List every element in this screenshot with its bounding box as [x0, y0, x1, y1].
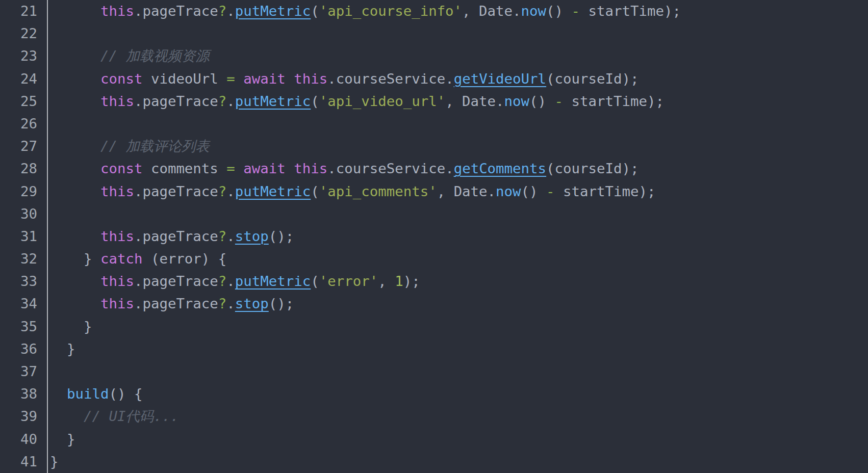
- code-token: [563, 93, 572, 109]
- code-token: (: [546, 71, 555, 87]
- code-line: 30: [0, 203, 868, 225]
- line-number[interactable]: 28: [0, 157, 48, 180]
- code-line: 37: [0, 360, 868, 383]
- code-token: putMetric: [235, 273, 311, 289]
- code-line-content[interactable]: [48, 203, 868, 225]
- line-number[interactable]: 29: [0, 180, 48, 203]
- code-token: pageTrace: [142, 296, 218, 311]
- line-number[interactable]: 26: [0, 113, 48, 135]
- code-token: 1: [395, 273, 403, 289]
- line-number[interactable]: 24: [0, 68, 48, 90]
- code-token: putMetric: [235, 93, 311, 109]
- code-token: courseId: [555, 161, 622, 176]
- line-number[interactable]: 31: [0, 225, 48, 248]
- code-token: );: [622, 71, 639, 87]
- code-line-content[interactable]: }: [48, 338, 868, 360]
- code-token: .: [327, 71, 336, 87]
- code-token: const: [100, 161, 142, 176]
- code-line-content[interactable]: [48, 113, 868, 135]
- screenshot-root: { "editor": { "kind": "code-editor-viewp…: [0, 0, 868, 473]
- code-token: stop: [235, 228, 269, 244]
- code-token: [50, 319, 84, 334]
- code-token: now: [521, 3, 546, 19]
- code-token: putMetric: [235, 3, 311, 19]
- code-token: startTime: [572, 93, 647, 109]
- code-token: [286, 71, 294, 87]
- code-line-content[interactable]: build() {: [48, 383, 868, 405]
- code-line: 41}: [0, 451, 868, 473]
- line-number[interactable]: 25: [0, 90, 48, 113]
- code-token: ?: [218, 273, 227, 289]
- code-token: this: [100, 273, 134, 289]
- code-token: // 加载评论列表: [100, 138, 210, 154]
- code-token: 'api_course_info': [319, 3, 462, 19]
- code-token: [50, 228, 100, 244]
- code-line-content[interactable]: this.pageTrace?.putMetric('api_comments'…: [48, 180, 868, 203]
- line-number[interactable]: 38: [0, 383, 48, 405]
- line-number[interactable]: 33: [0, 270, 48, 293]
- code-token: this: [294, 71, 327, 87]
- line-number[interactable]: 30: [0, 203, 48, 225]
- code-token: pageTrace: [142, 3, 218, 19]
- line-number[interactable]: 37: [0, 360, 48, 383]
- code-token: pageTrace: [142, 183, 218, 199]
- code-token: -: [546, 183, 555, 199]
- code-line-content[interactable]: this.pageTrace?.stop();: [48, 293, 868, 315]
- code-token: Date: [479, 3, 513, 19]
- line-number[interactable]: 21: [0, 0, 48, 22]
- code-line-content[interactable]: }: [48, 451, 868, 473]
- line-number[interactable]: 36: [0, 338, 48, 360]
- code-token: ?: [218, 228, 227, 244]
- line-number[interactable]: 27: [0, 135, 48, 157]
- line-number[interactable]: 22: [0, 22, 48, 45]
- code-token: 'api_comments': [319, 183, 437, 199]
- code-token: .: [496, 93, 504, 109]
- code-line-content[interactable]: // 加载视频资源: [48, 45, 868, 67]
- code-line-content[interactable]: this.pageTrace?.putMetric('error', 1);: [48, 270, 868, 293]
- line-number[interactable]: 32: [0, 248, 48, 270]
- code-line-content[interactable]: }: [48, 428, 868, 451]
- code-line-content[interactable]: [48, 22, 868, 45]
- code-token: (: [311, 93, 319, 109]
- code-token: [50, 93, 100, 109]
- code-token: -: [572, 3, 580, 19]
- code-line-content[interactable]: const videoUrl = await this.courseServic…: [48, 68, 868, 90]
- code-token: (): [529, 93, 554, 109]
- code-token: [218, 161, 227, 176]
- code-token: (: [546, 161, 555, 176]
- code-token: .: [226, 3, 235, 19]
- code-token: catch: [100, 251, 142, 267]
- code-line: 22: [0, 22, 868, 45]
- line-number[interactable]: 40: [0, 428, 48, 451]
- code-line: 33 this.pageTrace?.putMetric('error', 1)…: [0, 270, 868, 293]
- code-token: [50, 3, 100, 19]
- line-number[interactable]: 35: [0, 316, 48, 338]
- code-token: [50, 341, 67, 357]
- code-line-content[interactable]: this.pageTrace?.putMetric('api_video_url…: [48, 90, 868, 113]
- code-line-content[interactable]: // UI代码...: [48, 405, 868, 428]
- code-token: ?: [218, 296, 227, 311]
- line-number[interactable]: 41: [0, 451, 48, 473]
- code-token: [50, 161, 100, 176]
- line-number[interactable]: 39: [0, 405, 48, 428]
- code-line-content[interactable]: this.pageTrace?.stop();: [48, 225, 868, 248]
- code-line: 25 this.pageTrace?.putMetric('api_video_…: [0, 90, 868, 113]
- code-token: }: [84, 319, 92, 334]
- code-token: -: [555, 93, 564, 109]
- code-token: .: [445, 161, 454, 176]
- code-line-content[interactable]: [48, 360, 868, 383]
- code-token: .: [134, 296, 143, 311]
- code-line-content[interactable]: const comments = await this.courseServic…: [48, 157, 868, 180]
- code-line-content[interactable]: this.pageTrace?.putMetric('api_course_in…: [48, 0, 868, 22]
- code-line-content[interactable]: // 加载评论列表: [48, 135, 868, 157]
- code-line: 32 } catch (error) {: [0, 248, 868, 270]
- code-token: now: [496, 183, 521, 199]
- code-line-content[interactable]: }: [48, 316, 868, 338]
- code-line-content[interactable]: } catch (error) {: [48, 248, 868, 270]
- code-token: getComments: [454, 161, 546, 176]
- line-number[interactable]: 34: [0, 293, 48, 315]
- code-line: 36 }: [0, 338, 868, 360]
- line-number[interactable]: 23: [0, 45, 48, 67]
- code-token: );: [403, 273, 420, 289]
- code-token: .: [134, 183, 143, 199]
